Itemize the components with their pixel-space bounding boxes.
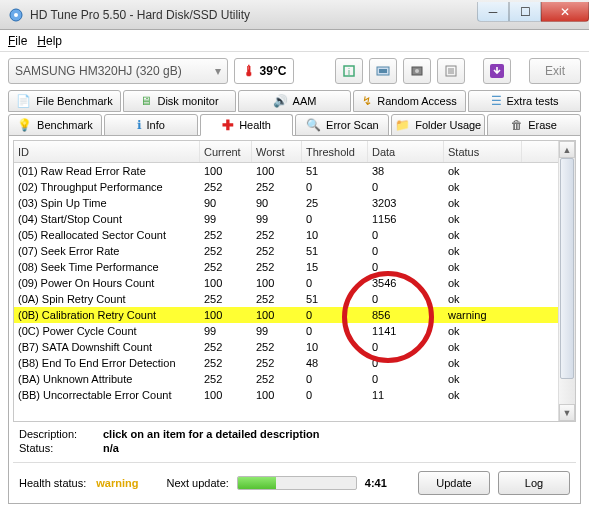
tab-info[interactable]: ℹInfo (104, 114, 198, 136)
cell-threshold: 0 (302, 389, 368, 401)
cell-data: 0 (368, 245, 444, 257)
tab-aam[interactable]: 🔊AAM (238, 90, 351, 112)
cell-threshold: 25 (302, 197, 368, 209)
cell-threshold: 15 (302, 261, 368, 273)
cell-data: 0 (368, 181, 444, 193)
table-row[interactable]: (BB) Uncorrectable Error Count100100011o… (14, 387, 558, 403)
table-row[interactable]: (B7) SATA Downshift Count252252100ok (14, 339, 558, 355)
cell-threshold: 10 (302, 229, 368, 241)
next-update-label: Next update: (166, 477, 228, 489)
cell-threshold: 0 (302, 325, 368, 337)
cell-id: (07) Seek Error Rate (14, 245, 200, 257)
scroll-up-arrow[interactable]: ▲ (559, 141, 575, 158)
cell-threshold: 48 (302, 357, 368, 369)
cell-threshold: 0 (302, 373, 368, 385)
table-row[interactable]: (04) Start/Stop Count999901156ok (14, 211, 558, 227)
tab-extra-tests[interactable]: ☰Extra tests (468, 90, 581, 112)
cell-status: ok (444, 197, 522, 209)
thermometer-icon: 🌡 (242, 63, 256, 79)
table-row[interactable]: (08) Seek Time Performance252252150ok (14, 259, 558, 275)
table-row[interactable]: (02) Throughput Performance25225200ok (14, 179, 558, 195)
col-threshold[interactable]: Threshold (302, 141, 368, 162)
col-id[interactable]: ID (14, 141, 200, 162)
table-row[interactable]: (0A) Spin Retry Count252252510ok (14, 291, 558, 307)
minimize-button[interactable]: ─ (477, 2, 509, 22)
svg-rect-5 (379, 69, 387, 73)
cell-threshold: 0 (302, 181, 368, 193)
cell-id: (BA) Unknown Attribute (14, 373, 200, 385)
tab-random-access[interactable]: ↯Random Access (353, 90, 466, 112)
drive-select[interactable]: SAMSUNG HM320HJ (320 gB) ▾ (8, 58, 228, 84)
menu-file[interactable]: File (8, 34, 27, 48)
cell-current: 252 (200, 373, 252, 385)
close-button[interactable]: ✕ (541, 2, 589, 22)
cell-current: 252 (200, 341, 252, 353)
scroll-thumb[interactable] (560, 158, 574, 379)
toolbar: SAMSUNG HM320HJ (320 gB) ▾ 🌡 39°C i Exit (0, 52, 589, 90)
tab-benchmark[interactable]: 💡Benchmark (8, 114, 102, 136)
cell-status: ok (444, 373, 522, 385)
cell-status: ok (444, 357, 522, 369)
cell-threshold: 0 (302, 277, 368, 289)
cell-status: ok (444, 261, 522, 273)
cell-status: ok (444, 213, 522, 225)
table-row[interactable]: (BA) Unknown Attribute25225200ok (14, 371, 558, 387)
cell-worst: 252 (252, 293, 302, 305)
cell-status: ok (444, 229, 522, 241)
maximize-button[interactable]: ☐ (509, 2, 541, 22)
copy-screenshot-button[interactable] (369, 58, 397, 84)
save-results-button[interactable] (483, 58, 511, 84)
tab-erase[interactable]: 🗑Erase (487, 114, 581, 136)
random-icon: ↯ (362, 94, 372, 108)
cell-id: (03) Spin Up Time (14, 197, 200, 209)
log-button[interactable]: Log (498, 471, 570, 495)
cell-threshold: 0 (302, 309, 368, 321)
cell-id: (04) Start/Stop Count (14, 213, 200, 225)
options-button[interactable] (437, 58, 465, 84)
cell-worst: 90 (252, 197, 302, 209)
cell-worst: 99 (252, 213, 302, 225)
tab-error-scan[interactable]: 🔍Error Scan (295, 114, 389, 136)
cell-status: ok (444, 165, 522, 177)
table-row[interactable]: (09) Power On Hours Count10010003546ok (14, 275, 558, 291)
cell-current: 252 (200, 293, 252, 305)
exit-button[interactable]: Exit (529, 58, 581, 84)
col-status[interactable]: Status (444, 141, 522, 162)
cell-data: 3203 (368, 197, 444, 209)
countdown-time: 4:41 (365, 477, 387, 489)
col-data[interactable]: Data (368, 141, 444, 162)
copy-info-button[interactable]: i (335, 58, 363, 84)
table-row[interactable]: (B8) End To End Error Detection252252480… (14, 355, 558, 371)
magnify-icon: 🔍 (306, 118, 321, 132)
cell-status: ok (444, 341, 522, 353)
tab-file-benchmark[interactable]: 📄File Benchmark (8, 90, 121, 112)
cell-data: 38 (368, 165, 444, 177)
update-button[interactable]: Update (418, 471, 490, 495)
col-worst[interactable]: Worst (252, 141, 302, 162)
cell-status: ok (444, 181, 522, 193)
table-row[interactable]: (0B) Calibration Retry Count1001000856wa… (14, 307, 558, 323)
table-row[interactable]: (05) Reallocated Sector Count252252100ok (14, 227, 558, 243)
table-row[interactable]: (07) Seek Error Rate252252510ok (14, 243, 558, 259)
cell-current: 252 (200, 245, 252, 257)
table-row[interactable]: (01) Raw Read Error Rate1001005138ok (14, 163, 558, 179)
tab-health[interactable]: ✚Health (200, 114, 294, 136)
cell-current: 252 (200, 181, 252, 193)
col-current[interactable]: Current (200, 141, 252, 162)
table-header: ID Current Worst Threshold Data Status (14, 141, 558, 163)
cell-current: 252 (200, 229, 252, 241)
tab-disk-monitor[interactable]: 🖥Disk monitor (123, 90, 236, 112)
table-row[interactable]: (03) Spin Up Time9090253203ok (14, 195, 558, 211)
menu-help[interactable]: Help (37, 34, 62, 48)
cell-worst: 100 (252, 165, 302, 177)
save-button[interactable] (403, 58, 431, 84)
vertical-scrollbar[interactable]: ▲ ▼ (558, 141, 575, 421)
cell-status: ok (444, 293, 522, 305)
description-area: Description:click on an item for a detai… (13, 422, 576, 458)
scroll-down-arrow[interactable]: ▼ (559, 404, 575, 421)
table-row[interactable]: (0C) Power Cycle Count999901141ok (14, 323, 558, 339)
cell-status: ok (444, 245, 522, 257)
cell-data: 856 (368, 309, 444, 321)
tab-folder-usage[interactable]: 📁Folder Usage (391, 114, 485, 136)
cell-current: 252 (200, 357, 252, 369)
